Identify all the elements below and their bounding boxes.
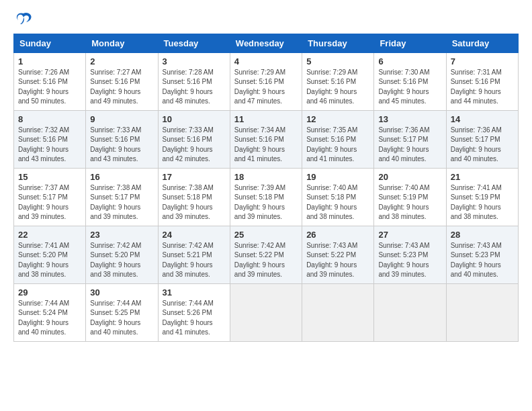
day-info: Sunrise: 7:27 AMSunset: 5:16 PMDaylight:… (90, 68, 153, 107)
day-number: 12 (306, 114, 369, 124)
calendar-cell-19: 19Sunrise: 7:40 AMSunset: 5:18 PMDayligh… (302, 168, 374, 226)
calendar-cell-5: 5Sunrise: 7:29 AMSunset: 5:16 PMDaylight… (302, 52, 374, 110)
calendar-cell-13: 13Sunrise: 7:36 AMSunset: 5:17 PMDayligh… (374, 110, 446, 168)
day-info: Sunrise: 7:26 AMSunset: 5:16 PMDaylight:… (18, 68, 81, 107)
day-info: Sunrise: 7:31 AMSunset: 5:16 PMDaylight:… (451, 68, 514, 107)
day-info: Sunrise: 7:33 AMSunset: 5:16 PMDaylight:… (90, 126, 153, 165)
calendar-cell-31: 31Sunrise: 7:44 AMSunset: 5:26 PMDayligh… (158, 283, 230, 341)
calendar-cell-29: 29Sunrise: 7:44 AMSunset: 5:24 PMDayligh… (14, 283, 86, 341)
day-number: 20 (378, 172, 441, 182)
calendar-cell-26: 26Sunrise: 7:43 AMSunset: 5:22 PMDayligh… (302, 226, 374, 283)
day-info: Sunrise: 7:42 AMSunset: 5:22 PMDaylight:… (234, 241, 298, 280)
calendar-header-row: SundayMondayTuesdayWednesdayThursdayFrid… (14, 34, 519, 52)
day-number: 6 (378, 56, 441, 66)
calendar-cell-20: 20Sunrise: 7:40 AMSunset: 5:19 PMDayligh… (374, 168, 446, 226)
logo-bird-icon (15, 12, 32, 26)
calendar-cell-23: 23Sunrise: 7:42 AMSunset: 5:20 PMDayligh… (86, 226, 158, 283)
day-number: 21 (451, 172, 514, 182)
calendar-cell-8: 8Sunrise: 7:32 AMSunset: 5:16 PMDaylight… (14, 110, 86, 168)
day-number: 25 (234, 230, 298, 240)
calendar-header-friday: Friday (374, 34, 446, 52)
day-number: 5 (306, 56, 369, 66)
calendar-cell-15: 15Sunrise: 7:37 AMSunset: 5:17 PMDayligh… (14, 168, 86, 226)
day-number: 4 (234, 56, 298, 66)
calendar-cell-3: 3Sunrise: 7:28 AMSunset: 5:16 PMDaylight… (158, 52, 230, 110)
calendar-row-0: 1Sunrise: 7:26 AMSunset: 5:16 PMDaylight… (14, 52, 519, 110)
day-number: 18 (234, 172, 298, 182)
day-info: Sunrise: 7:28 AMSunset: 5:16 PMDaylight:… (163, 68, 226, 107)
day-info: Sunrise: 7:29 AMSunset: 5:16 PMDaylight:… (234, 68, 298, 107)
page-header (13, 11, 519, 26)
day-number: 28 (451, 230, 514, 240)
day-number: 29 (18, 287, 81, 298)
day-info: Sunrise: 7:34 AMSunset: 5:16 PMDaylight:… (234, 126, 298, 165)
calendar-row-3: 22Sunrise: 7:41 AMSunset: 5:20 PMDayligh… (14, 226, 519, 283)
day-number: 27 (378, 230, 441, 240)
day-info: Sunrise: 7:30 AMSunset: 5:16 PMDaylight:… (378, 68, 441, 107)
calendar-cell-16: 16Sunrise: 7:38 AMSunset: 5:17 PMDayligh… (86, 168, 158, 226)
calendar-cell-4: 4Sunrise: 7:29 AMSunset: 5:16 PMDaylight… (230, 52, 302, 110)
day-info: Sunrise: 7:44 AMSunset: 5:26 PMDaylight:… (163, 299, 226, 338)
day-number: 19 (306, 172, 369, 182)
calendar-header-monday: Monday (86, 34, 158, 52)
calendar-cell-empty (230, 283, 302, 341)
calendar-cell-empty (374, 283, 446, 341)
day-number: 7 (451, 56, 514, 66)
day-info: Sunrise: 7:32 AMSunset: 5:16 PMDaylight:… (18, 126, 81, 165)
calendar-header-wednesday: Wednesday (230, 34, 302, 52)
calendar-cell-empty (446, 283, 518, 341)
calendar-header-thursday: Thursday (302, 34, 374, 52)
day-number: 8 (18, 114, 81, 124)
day-number: 1 (18, 56, 81, 66)
calendar-header-sunday: Sunday (14, 34, 86, 52)
day-number: 16 (90, 172, 153, 182)
day-info: Sunrise: 7:35 AMSunset: 5:16 PMDaylight:… (306, 126, 369, 165)
day-info: Sunrise: 7:42 AMSunset: 5:20 PMDaylight:… (90, 241, 153, 280)
calendar-cell-24: 24Sunrise: 7:42 AMSunset: 5:21 PMDayligh… (158, 226, 230, 283)
calendar-cell-empty (302, 283, 374, 341)
day-info: Sunrise: 7:37 AMSunset: 5:17 PMDaylight:… (18, 183, 81, 222)
calendar-row-4: 29Sunrise: 7:44 AMSunset: 5:24 PMDayligh… (14, 283, 519, 341)
day-info: Sunrise: 7:36 AMSunset: 5:17 PMDaylight:… (451, 126, 514, 165)
day-info: Sunrise: 7:43 AMSunset: 5:23 PMDaylight:… (378, 241, 441, 280)
calendar-cell-10: 10Sunrise: 7:33 AMSunset: 5:16 PMDayligh… (158, 110, 230, 168)
day-number: 26 (306, 230, 369, 240)
calendar-header-tuesday: Tuesday (158, 34, 230, 52)
calendar-cell-2: 2Sunrise: 7:27 AMSunset: 5:16 PMDaylight… (86, 52, 158, 110)
day-info: Sunrise: 7:42 AMSunset: 5:21 PMDaylight:… (163, 241, 226, 280)
day-info: Sunrise: 7:40 AMSunset: 5:19 PMDaylight:… (378, 183, 441, 222)
day-info: Sunrise: 7:39 AMSunset: 5:18 PMDaylight:… (234, 183, 298, 222)
day-number: 9 (90, 114, 153, 124)
calendar-cell-12: 12Sunrise: 7:35 AMSunset: 5:16 PMDayligh… (302, 110, 374, 168)
calendar-cell-7: 7Sunrise: 7:31 AMSunset: 5:16 PMDaylight… (446, 52, 518, 110)
calendar-cell-30: 30Sunrise: 7:44 AMSunset: 5:25 PMDayligh… (86, 283, 158, 341)
calendar-cell-9: 9Sunrise: 7:33 AMSunset: 5:16 PMDaylight… (86, 110, 158, 168)
day-info: Sunrise: 7:43 AMSunset: 5:22 PMDaylight:… (306, 241, 369, 280)
day-info: Sunrise: 7:44 AMSunset: 5:25 PMDaylight:… (90, 299, 153, 338)
day-number: 2 (90, 56, 153, 66)
day-info: Sunrise: 7:38 AMSunset: 5:17 PMDaylight:… (90, 183, 153, 222)
logo (13, 11, 34, 26)
day-number: 31 (163, 287, 226, 298)
calendar-row-1: 8Sunrise: 7:32 AMSunset: 5:16 PMDaylight… (14, 110, 519, 168)
day-info: Sunrise: 7:33 AMSunset: 5:16 PMDaylight:… (163, 126, 226, 165)
day-number: 13 (378, 114, 441, 124)
day-number: 3 (163, 56, 226, 66)
calendar-table: SundayMondayTuesdayWednesdayThursdayFrid… (13, 34, 519, 342)
day-info: Sunrise: 7:44 AMSunset: 5:24 PMDaylight:… (18, 299, 81, 338)
day-number: 15 (18, 172, 81, 182)
calendar-row-2: 15Sunrise: 7:37 AMSunset: 5:17 PMDayligh… (14, 168, 519, 226)
day-info: Sunrise: 7:43 AMSunset: 5:23 PMDaylight:… (451, 241, 514, 280)
calendar-cell-27: 27Sunrise: 7:43 AMSunset: 5:23 PMDayligh… (374, 226, 446, 283)
day-number: 30 (90, 287, 153, 298)
calendar-header-saturday: Saturday (446, 34, 518, 52)
calendar-cell-14: 14Sunrise: 7:36 AMSunset: 5:17 PMDayligh… (446, 110, 518, 168)
logo-text (13, 11, 34, 26)
day-number: 14 (451, 114, 514, 124)
calendar-cell-11: 11Sunrise: 7:34 AMSunset: 5:16 PMDayligh… (230, 110, 302, 168)
calendar-cell-28: 28Sunrise: 7:43 AMSunset: 5:23 PMDayligh… (446, 226, 518, 283)
day-number: 17 (163, 172, 226, 182)
day-number: 10 (163, 114, 226, 124)
page-container: SundayMondayTuesdayWednesdayThursdayFrid… (13, 11, 519, 342)
day-number: 11 (234, 114, 298, 124)
